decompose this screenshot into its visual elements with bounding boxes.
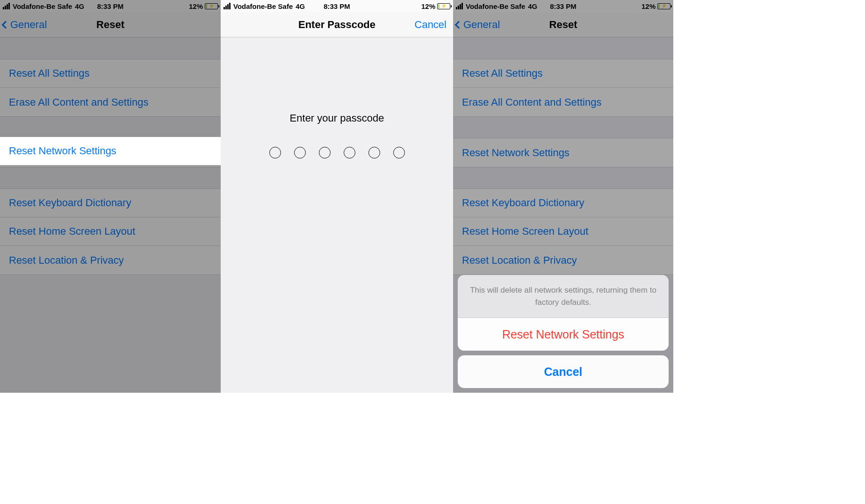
screen-reset-list: Vodafone-Be Safe 4G 8:33 PM 12% ⚡ Genera…	[0, 0, 221, 393]
row-reset-keyboard[interactable]: Reset Keyboard Dictionary	[0, 189, 221, 217]
row-reset-home[interactable]: Reset Home Screen Layout	[453, 217, 673, 246]
passcode-dots[interactable]	[221, 147, 453, 158]
sheet-message: This will delete all network settings, r…	[458, 275, 669, 318]
nav-bar: Enter Passcode Cancel	[221, 12, 453, 37]
passcode-dot	[269, 147, 281, 158]
nav-bar: General Reset	[453, 12, 673, 37]
back-label: General	[463, 19, 500, 31]
signal-icon	[3, 3, 10, 9]
clock: 8:33 PM	[97, 2, 124, 10]
battery-percent: 12%	[642, 2, 656, 10]
row-reset-location[interactable]: Reset Location & Privacy	[0, 246, 221, 274]
status-bar: Vodafone-Be Safe 4G 8:33 PM 12% ⚡	[453, 0, 673, 12]
passcode-dot	[319, 147, 331, 158]
action-sheet: This will delete all network settings, r…	[458, 275, 669, 388]
passcode-dot	[294, 147, 306, 158]
sheet-cancel-button[interactable]: Cancel	[458, 355, 669, 388]
passcode-prompt: Enter your passcode	[221, 112, 453, 124]
row-erase-all[interactable]: Erase All Content and Settings	[453, 88, 673, 116]
clock: 8:33 PM	[550, 2, 577, 10]
carrier-label: Vodafone-Be Safe	[466, 2, 525, 10]
signal-icon	[223, 3, 231, 9]
page-title: Reset	[96, 19, 124, 31]
back-label: General	[10, 19, 47, 31]
back-button[interactable]: General	[453, 19, 500, 31]
passcode-area: Enter your passcode	[221, 37, 453, 393]
highlight-label: Reset Network Settings	[9, 145, 116, 157]
row-reset-location[interactable]: Reset Location & Privacy	[453, 246, 673, 274]
page-title: Enter Passcode	[298, 19, 375, 31]
row-reset-all-settings[interactable]: Reset All Settings	[0, 59, 221, 88]
network-label: 4G	[528, 2, 537, 10]
clock: 8:33 PM	[324, 2, 350, 10]
status-bar: Vodafone-Be Safe 4G 8:33 PM 12% ⚡	[0, 0, 221, 12]
battery-icon: ⚡	[657, 3, 670, 9]
battery-percent: 12%	[189, 2, 203, 10]
passcode-dot	[368, 147, 380, 158]
network-label: 4G	[296, 2, 305, 10]
battery-percent: 12%	[421, 2, 435, 10]
sheet-confirm-button[interactable]: Reset Network Settings	[458, 318, 669, 351]
row-reset-network[interactable]: Reset Network Settings	[453, 138, 673, 167]
row-reset-keyboard[interactable]: Reset Keyboard Dictionary	[453, 189, 673, 217]
screen-action-sheet: Vodafone-Be Safe 4G 8:33 PM 12% ⚡ Genera…	[453, 0, 673, 393]
page-title: Reset	[549, 19, 577, 31]
carrier-label: Vodafone-Be Safe	[13, 2, 72, 10]
signal-icon	[456, 3, 463, 9]
carrier-label: Vodafone-Be Safe	[233, 2, 293, 10]
passcode-dot	[344, 147, 355, 158]
row-reset-all-settings[interactable]: Reset All Settings	[453, 59, 673, 88]
row-reset-home[interactable]: Reset Home Screen Layout	[0, 217, 221, 246]
passcode-dot	[393, 147, 405, 158]
battery-icon: ⚡	[205, 3, 218, 9]
row-erase-all[interactable]: Erase All Content and Settings	[0, 88, 221, 116]
back-button[interactable]: General	[0, 19, 47, 31]
status-bar: Vodafone-Be Safe 4G 8:33 PM 12% ⚡	[221, 0, 453, 12]
highlighted-row-reset-network[interactable]: Reset Network Settings	[0, 137, 221, 165]
battery-icon: ⚡	[437, 3, 450, 9]
cancel-button[interactable]: Cancel	[415, 19, 447, 31]
screen-enter-passcode: Vodafone-Be Safe 4G 8:33 PM 12% ⚡ Enter …	[221, 0, 453, 393]
settings-list: Reset All Settings Erase All Content and…	[0, 37, 221, 393]
chevron-left-icon	[2, 21, 10, 29]
nav-bar: General Reset	[0, 12, 221, 37]
chevron-left-icon	[455, 21, 463, 29]
network-label: 4G	[75, 2, 84, 10]
